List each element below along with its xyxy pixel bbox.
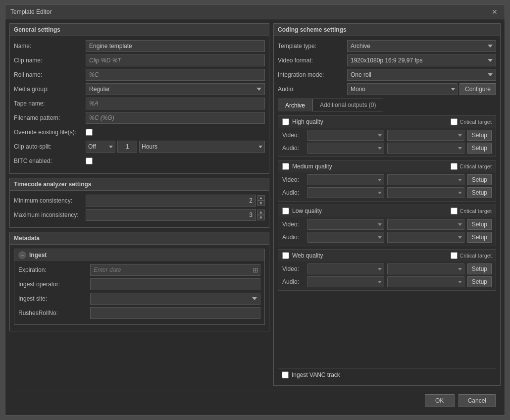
high-video-select1[interactable]	[307, 130, 384, 141]
max-inconsistency-input[interactable]	[86, 209, 256, 221]
medium-critical-label: Critical target	[459, 163, 492, 169]
high-quality-checkbox[interactable]	[282, 118, 289, 125]
name-input[interactable]	[86, 40, 265, 52]
ingest-site-select[interactable]	[90, 293, 260, 305]
tab-archive[interactable]: Archive	[278, 99, 312, 111]
low-video-row: Video: Setup	[282, 219, 492, 230]
bitc-checkbox[interactable]	[86, 158, 93, 164]
medium-audio-select2[interactable]	[387, 187, 464, 198]
ok-button[interactable]: OK	[425, 394, 455, 407]
web-critical-checkbox[interactable]	[451, 252, 458, 259]
cancel-button[interactable]: Cancel	[459, 394, 496, 407]
low-critical-checkbox[interactable]	[451, 208, 458, 214]
medium-critical-checkbox[interactable]	[451, 163, 458, 170]
autosplit-off-select[interactable]: Off	[86, 141, 115, 153]
ingest-header[interactable]: – Ingest	[14, 249, 264, 261]
media-group-row: Media group: Regular	[14, 83, 265, 95]
expiration-input[interactable]	[90, 264, 260, 276]
web-audio-select1[interactable]	[307, 276, 384, 287]
medium-audio-select1[interactable]	[307, 187, 384, 198]
high-audio-setup-button[interactable]: Setup	[467, 143, 492, 154]
high-quality-title: High quality	[292, 118, 323, 125]
web-video-row: Video: Setup	[282, 263, 492, 274]
medium-audio-setup-button[interactable]: Setup	[467, 187, 492, 198]
ingest-operator-input[interactable]	[90, 278, 260, 290]
min-consistency-input[interactable]	[86, 195, 256, 207]
calendar-icon[interactable]: ⊞	[253, 266, 258, 274]
min-spinner: ▲ ▼	[257, 195, 265, 206]
max-inconsistency-label: Maximum inconsistency:	[14, 211, 86, 218]
high-video-setup-button[interactable]: Setup	[467, 130, 492, 141]
low-audio-select2[interactable]	[387, 232, 464, 243]
filename-row: Filename pattern:	[14, 112, 265, 124]
medium-quality-group: Medium quality Critical target	[278, 160, 496, 202]
audio-select[interactable]: Mono	[347, 83, 458, 95]
titlebar: Template Editor ✕	[5, 5, 505, 19]
medium-video-select2[interactable]	[387, 174, 464, 185]
medium-video-select1[interactable]	[307, 174, 384, 185]
ingest-site-label: Ingest site:	[18, 295, 90, 302]
high-critical-checkbox[interactable]	[451, 118, 458, 125]
audio-label: Audio:	[278, 86, 347, 93]
template-type-select[interactable]: Archive	[347, 40, 496, 52]
high-video-select2[interactable]	[387, 130, 464, 141]
override-row: Override existing file(s):	[14, 126, 265, 138]
max-spinner: ▲ ▼	[257, 210, 265, 220]
medium-quality-fields: Video: Setup Audio:	[278, 172, 496, 201]
low-video-select1[interactable]	[307, 219, 384, 230]
web-video-label: Video:	[282, 265, 305, 272]
high-video-label: Video:	[282, 132, 305, 139]
roll-name-input[interactable]	[86, 69, 265, 81]
min-spinner-up[interactable]: ▲	[257, 195, 265, 201]
low-quality-checkbox[interactable]	[282, 208, 289, 214]
rushes-input[interactable]	[90, 307, 260, 319]
web-video-select2[interactable]	[387, 263, 464, 274]
medium-video-setup-button[interactable]: Setup	[467, 174, 492, 185]
low-video-select2[interactable]	[387, 219, 464, 230]
low-video-setup-button[interactable]: Setup	[467, 219, 492, 230]
low-audio-select1[interactable]	[307, 232, 384, 243]
rushes-row: RushesRollNo:	[18, 307, 260, 319]
template-type-row: Template type: Archive	[278, 40, 496, 52]
high-audio-select2[interactable]	[387, 143, 464, 154]
web-video-setup-button[interactable]: Setup	[467, 263, 492, 274]
tape-name-input[interactable]	[86, 98, 265, 109]
web-quality-group: Web quality Critical target V	[278, 249, 496, 291]
close-button[interactable]: ✕	[490, 8, 500, 16]
expiration-row: Expiration: ⊞	[18, 264, 260, 276]
ingest-toggle-icon[interactable]: –	[18, 251, 26, 259]
web-audio-label: Audio:	[282, 278, 305, 285]
tape-name-row: Tape name:	[14, 98, 265, 109]
configure-button[interactable]: Configure	[459, 83, 496, 95]
high-critical-label: Critical target	[459, 119, 492, 125]
medium-quality-header: Medium quality Critical target	[278, 160, 496, 172]
max-spinner-up[interactable]: ▲	[257, 210, 265, 215]
high-audio-label: Audio:	[282, 145, 305, 152]
bitc-label: BITC enabled:	[14, 158, 86, 164]
web-quality-checkbox[interactable]	[282, 252, 289, 259]
override-checkbox[interactable]	[86, 129, 93, 136]
low-critical-label: Critical target	[459, 208, 492, 214]
integration-select[interactable]: One roll	[347, 69, 496, 81]
ingest-title: Ingest	[29, 252, 47, 259]
medium-quality-checkbox[interactable]	[282, 163, 289, 170]
media-group-select[interactable]: Regular	[86, 83, 265, 95]
web-audio-select2[interactable]	[387, 276, 464, 287]
low-audio-setup-button[interactable]: Setup	[467, 232, 492, 243]
autosplit-unit-select[interactable]: Hours	[139, 141, 265, 153]
video-format-select[interactable]: 1920x1080p 16:9 29,97 fps	[347, 54, 496, 66]
autosplit-number-input[interactable]	[117, 141, 137, 153]
clip-autosplit-row: Clip auto-split: Off Hours	[14, 141, 265, 153]
dialog-footer: OK Cancel	[9, 390, 501, 411]
min-spinner-down[interactable]: ▼	[257, 201, 265, 206]
filename-label: Filename pattern:	[14, 114, 86, 121]
tab-additional-outputs[interactable]: Additional outputs (0)	[312, 99, 383, 111]
ingest-vanc-label: Ingest VANC track	[292, 371, 340, 378]
high-audio-select1[interactable]	[307, 143, 384, 154]
ingest-vanc-checkbox[interactable]	[282, 371, 289, 378]
web-audio-setup-button[interactable]: Setup	[467, 276, 492, 287]
clip-name-input[interactable]	[86, 54, 265, 66]
filename-input[interactable]	[86, 112, 265, 124]
max-spinner-down[interactable]: ▼	[257, 215, 265, 220]
web-video-select1[interactable]	[307, 263, 384, 274]
